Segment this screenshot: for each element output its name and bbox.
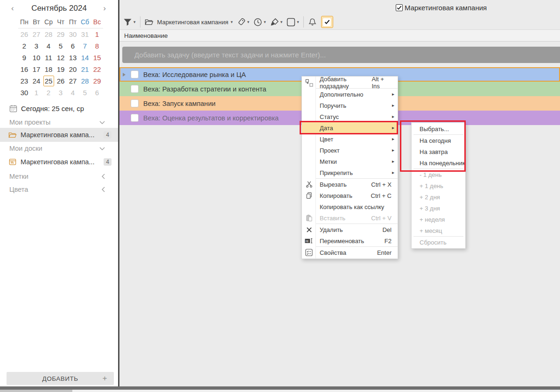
calendar-day[interactable]: 10 — [30, 52, 42, 63]
calendar-day[interactable]: 3 — [55, 87, 67, 98]
sidebar-today[interactable]: Сегодня: 25 сен, ср — [9, 105, 84, 112]
date-submenu-item-2[interactable]: На сегодня — [412, 135, 465, 146]
context-menu-item-12[interactable]: Копировать как ссылку — [302, 201, 398, 212]
task-checkbox[interactable] — [131, 99, 139, 107]
calendar-day[interactable]: 26 — [55, 75, 67, 87]
calendar-day[interactable]: 31 — [79, 28, 91, 40]
calendar-day[interactable]: 26 — [18, 28, 30, 40]
calendar-day[interactable]: 21 — [79, 63, 91, 75]
sidebar-item-board-marketing[interactable]: Маркетинговая кампа... 4 — [0, 155, 118, 169]
calendar-day[interactable]: 24 — [30, 75, 42, 87]
context-menu-item-5[interactable]: Дата▸ — [302, 122, 398, 133]
task-checkbox[interactable] — [131, 114, 139, 122]
add-project-button[interactable]: ДОБАВИТЬ + — [7, 372, 114, 385]
sidebar-section-projects[interactable]: Мои проекты — [9, 119, 109, 126]
task-checkbox[interactable] — [131, 70, 139, 78]
calendar-day[interactable]: 16 — [18, 63, 30, 75]
context-menu-item-2[interactable]: Дополнительно▸ — [302, 89, 398, 100]
context-menu-item-11[interactable]: КопироватьCtrl + C — [302, 190, 398, 201]
calendar-day[interactable]: 9 — [18, 52, 30, 63]
context-menu-item-15[interactable]: reПереименоватьF2 — [302, 235, 398, 246]
plus-icon: + — [103, 374, 107, 383]
date-submenu-item-11[interactable]: Сбросить — [412, 237, 465, 248]
project-selector-button[interactable]: Маркетинговая кампания ▾ — [145, 19, 233, 26]
context-menu-item-14[interactable]: УдалитьDel — [302, 224, 398, 235]
calendar-day[interactable]: 14 — [79, 52, 91, 63]
sidebar-section-colors[interactable]: Цвета — [9, 186, 109, 193]
calendar-day[interactable]: 6 — [67, 40, 79, 52]
calendar-day[interactable]: 1 — [91, 28, 103, 40]
column-header-name[interactable]: Наименование — [119, 29, 560, 42]
context-menu-item-6[interactable]: Цвет▸ — [302, 133, 398, 145]
date-submenu-item-6[interactable]: + 1 день — [412, 180, 465, 191]
date-submenu-item-5[interactable]: - 1 день — [412, 169, 465, 180]
calendar-day[interactable]: 23 — [18, 75, 30, 87]
calendar-day[interactable]: 8 — [91, 40, 103, 52]
calendar-day-selected[interactable]: 25 — [42, 75, 55, 87]
date-submenu-item-9[interactable]: + неделя — [412, 214, 465, 225]
notifications-button[interactable] — [308, 18, 317, 27]
date-submenu-item-3[interactable]: На завтра — [412, 146, 465, 157]
task-checkbox[interactable] — [131, 85, 139, 93]
date-submenu-item-1[interactable]: Выбрать... — [412, 123, 465, 134]
calendar-day[interactable]: 29 — [55, 28, 67, 40]
schedule-button[interactable]: ▾ — [253, 18, 266, 27]
calendar-day[interactable]: 2 — [42, 87, 55, 98]
context-menu-item-7[interactable]: Проект▸ — [302, 145, 398, 156]
calendar-day[interactable]: 3 — [30, 40, 42, 52]
calendar-day[interactable]: 27 — [30, 28, 42, 40]
calendar-day[interactable]: 27 — [67, 75, 79, 87]
calendar-day[interactable]: 15 — [91, 52, 103, 63]
calendar-day[interactable]: 17 — [30, 63, 42, 75]
context-menu-item-16[interactable]: СвойстваEnter — [302, 247, 398, 258]
calendar-day[interactable]: 7 — [79, 40, 91, 52]
calendar-day[interactable]: 30 — [18, 87, 30, 98]
calendar-day[interactable]: 13 — [67, 52, 79, 63]
context-menu-item-4[interactable]: Статус▸ — [302, 111, 398, 122]
date-submenu-item-4[interactable]: На понедельник — [412, 157, 465, 168]
window-title-checkbox[interactable]: Маркетинговая кампания — [396, 4, 487, 12]
status-square-button[interactable]: ▾ — [287, 18, 299, 27]
context-menu-item-9[interactable]: Прикрепить▸ — [302, 167, 398, 178]
toolbar: ▾ Маркетинговая кампания ▾ ▾ ▾ ▾ ▾ — [123, 15, 333, 28]
calendar-title: Сентябрь 2024 — [0, 4, 118, 13]
calendar-day[interactable]: 20 — [67, 63, 79, 75]
show-checkboxes-toggle[interactable] — [321, 16, 333, 28]
calendar-day[interactable]: 18 — [42, 63, 55, 75]
calendar-day[interactable]: 12 — [55, 52, 67, 63]
calendar-day[interactable]: 5 — [55, 40, 67, 52]
calendar-day[interactable]: 30 — [67, 28, 79, 40]
calendar-day[interactable]: 6 — [91, 87, 103, 98]
calendar-day[interactable]: 4 — [67, 87, 79, 98]
checkbox-checked-icon[interactable] — [396, 4, 403, 11]
labels-button[interactable]: ▾ — [237, 18, 250, 26]
context-menu-item-10[interactable]: ВырезатьCtrl + X — [302, 179, 398, 190]
sidebar-item-project-marketing[interactable]: Маркетинговая кампа... 4 — [0, 128, 118, 142]
calendar-day[interactable]: 19 — [55, 63, 67, 75]
context-menu-item-8[interactable]: Метки▸ — [302, 156, 398, 167]
date-submenu-item-10[interactable]: + месяц — [412, 225, 465, 236]
calendar-day[interactable]: 1 — [30, 87, 42, 98]
calendar-day[interactable]: 29 — [91, 75, 103, 87]
expand-triangle-icon[interactable] — [122, 72, 126, 77]
sidebar-section-boards[interactable]: Мои доски — [9, 145, 109, 152]
calendar-next-arrow[interactable]: › — [103, 4, 106, 13]
add-task-input[interactable]: Добавить задачу (введите текст задачи и … — [122, 47, 560, 63]
date-submenu-item-7[interactable]: + 2 дня — [412, 191, 465, 203]
bell-icon — [308, 18, 317, 27]
projects-header-label: Мои проекты — [9, 119, 50, 126]
context-menu-item-3[interactable]: Поручить▸ — [302, 100, 398, 111]
context-menu-item-1[interactable]: Добавить подзадачуAlt + Ins — [302, 77, 398, 88]
date-submenu-item-8[interactable]: + 3 дня — [412, 203, 465, 214]
calendar-day[interactable]: 28 — [79, 75, 91, 87]
calendar-day[interactable]: 11 — [42, 52, 55, 63]
calendar-day[interactable]: 4 — [42, 40, 55, 52]
calendar-day[interactable]: 2 — [18, 40, 30, 52]
color-brush-button[interactable]: ▾ — [270, 18, 283, 27]
submenu-arrow-icon: ▸ — [392, 137, 394, 141]
calendar-day[interactable]: 5 — [79, 87, 91, 98]
calendar-day[interactable]: 22 — [91, 63, 103, 75]
sidebar-section-labels[interactable]: Метки — [9, 173, 109, 180]
filter-button[interactable]: ▾ — [123, 18, 136, 26]
calendar-day[interactable]: 28 — [42, 28, 55, 40]
